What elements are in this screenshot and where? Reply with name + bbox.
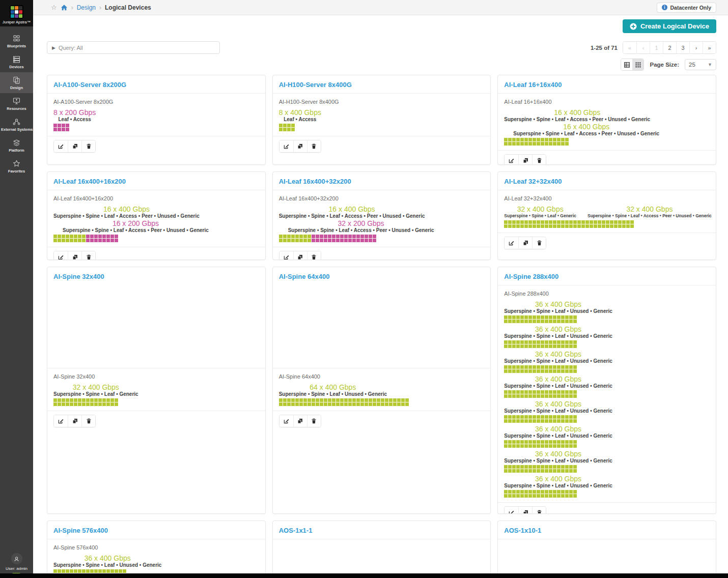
- delete-button[interactable]: [532, 507, 546, 514]
- edit-button[interactable]: [54, 251, 68, 260]
- sidebar-item-favorites[interactable]: Favorites: [0, 156, 33, 177]
- clone-button[interactable]: [518, 507, 532, 514]
- breadcrumb-design-link[interactable]: Design: [77, 4, 96, 11]
- port-cell: [504, 142, 508, 146]
- sidebar-item-devices[interactable]: Devices: [0, 51, 33, 72]
- port-cell: [348, 239, 352, 242]
- query-input[interactable]: ▶ Query: All: [47, 41, 220, 54]
- port-cell: [405, 402, 409, 406]
- edit-button[interactable]: [279, 415, 293, 427]
- delete-button[interactable]: [81, 251, 95, 260]
- port-cell: [512, 224, 516, 228]
- pagination-button-1[interactable]: 1: [650, 42, 663, 53]
- edit-button[interactable]: [505, 237, 518, 249]
- pagination-button-‹[interactable]: ‹: [636, 42, 650, 53]
- port-speed-label: 36 x 400 Gbps: [504, 351, 612, 358]
- edit-button[interactable]: [279, 140, 293, 152]
- edit-icon: [58, 418, 64, 424]
- card-title-link[interactable]: AI-Spine 32x400: [53, 273, 104, 280]
- delete-button[interactable]: [307, 140, 321, 152]
- port-cell: [516, 315, 520, 319]
- page-size-select[interactable]: 25 ▼: [685, 59, 716, 70]
- create-logical-device-button[interactable]: Create Logical Device: [623, 19, 716, 33]
- port-cell: [537, 138, 540, 141]
- table-view-button[interactable]: [621, 59, 632, 70]
- port-cell: [520, 390, 524, 394]
- sidebar-item-resources[interactable]: Resources: [0, 93, 33, 114]
- card-title-link[interactable]: AI-Leaf 32+32x400: [504, 178, 562, 185]
- pagination-button-«[interactable]: «: [623, 42, 636, 53]
- pagination-button-2[interactable]: 2: [663, 42, 676, 53]
- port-cell: [512, 415, 516, 419]
- pagination-button-›[interactable]: ›: [689, 42, 703, 53]
- port-cell: [106, 398, 110, 402]
- pagination-button-»[interactable]: »: [703, 42, 716, 53]
- delete-button[interactable]: [307, 251, 321, 260]
- clone-button[interactable]: [293, 415, 307, 427]
- devices-icon: [1, 55, 32, 64]
- delete-button[interactable]: [532, 155, 546, 165]
- delete-button[interactable]: [307, 415, 321, 427]
- port-cell: [573, 344, 577, 348]
- port-cell: [528, 444, 532, 448]
- port-cell: [622, 224, 626, 228]
- delete-button[interactable]: [532, 237, 546, 249]
- clone-button[interactable]: [68, 251, 81, 260]
- port-cell: [524, 138, 528, 141]
- edit-button[interactable]: [505, 155, 518, 165]
- pagination-button-3[interactable]: 3: [676, 42, 689, 53]
- port-cell: [561, 344, 565, 348]
- port-cell: [70, 402, 73, 406]
- port-cell: [549, 320, 552, 323]
- sidebar-item-design[interactable]: Design: [0, 72, 33, 93]
- card-title-link[interactable]: AI-Leaf 16x400+16x200: [53, 178, 126, 185]
- clone-button[interactable]: [293, 251, 307, 260]
- card-footer: [47, 247, 265, 260]
- card-title-link[interactable]: AI-A100-Server 8x200G: [53, 81, 126, 89]
- port-cell: [373, 402, 376, 406]
- port-cell: [569, 465, 573, 469]
- port-cell: [508, 320, 512, 323]
- card-title-link[interactable]: AI-H100-Server 8x400G: [279, 81, 352, 89]
- clone-button[interactable]: [68, 415, 81, 427]
- datacenter-only-label: Datacenter Only: [670, 5, 711, 11]
- card-title-link[interactable]: AOS-1x10-1: [504, 527, 541, 534]
- port-cell: [336, 239, 340, 242]
- port-cell: [90, 569, 94, 573]
- clone-button[interactable]: [518, 155, 532, 165]
- clone-button[interactable]: [518, 237, 532, 249]
- delete-button[interactable]: [81, 415, 95, 427]
- card-header: AOS-1x10-1: [498, 521, 716, 539]
- sidebar-user[interactable]: User: admin: [0, 553, 33, 571]
- card-title-link[interactable]: AI-Leaf 16x400+32x200: [279, 178, 351, 185]
- delete-button[interactable]: [81, 140, 95, 152]
- grid-view-button[interactable]: [632, 59, 643, 70]
- card-title-link[interactable]: AI-Spine 288x400: [504, 273, 558, 280]
- sidebar-item-blueprints[interactable]: Blueprints: [0, 31, 33, 51]
- port-cell: [569, 440, 573, 444]
- sidebar-item-platform[interactable]: Platform: [0, 135, 33, 156]
- device-name: AI-Spine 576x400: [53, 544, 259, 551]
- favorite-star-icon[interactable]: ☆: [51, 4, 57, 11]
- edit-button[interactable]: [54, 140, 68, 152]
- sidebar-item-external-systems[interactable]: External Systems: [0, 114, 33, 135]
- port-cell: [545, 224, 548, 228]
- port-cell: [320, 402, 323, 406]
- port-cell: [504, 138, 508, 141]
- port-cell: [115, 402, 118, 406]
- edit-button[interactable]: [279, 251, 293, 260]
- main-content: Create Logical Device ▶ Query: All 1-25 …: [33, 15, 728, 578]
- clone-button[interactable]: [68, 140, 81, 152]
- port-cell: [533, 340, 536, 344]
- query-expand-icon[interactable]: ▶: [52, 45, 55, 50]
- card-title-link[interactable]: AI-Spine 576x400: [53, 527, 108, 534]
- edit-button[interactable]: [54, 415, 68, 427]
- port-cell: [520, 340, 524, 344]
- app-logo[interactable]: Juniper Apstra™: [0, 0, 33, 26]
- card-title-link[interactable]: AI-Spine 64x400: [279, 273, 330, 280]
- clone-button[interactable]: [293, 140, 307, 152]
- home-icon[interactable]: [61, 4, 68, 11]
- card-title-link[interactable]: AOS-1x1-1: [279, 527, 313, 534]
- edit-button[interactable]: [505, 507, 518, 514]
- card-title-link[interactable]: AI-Leaf 16+16x400: [504, 81, 562, 89]
